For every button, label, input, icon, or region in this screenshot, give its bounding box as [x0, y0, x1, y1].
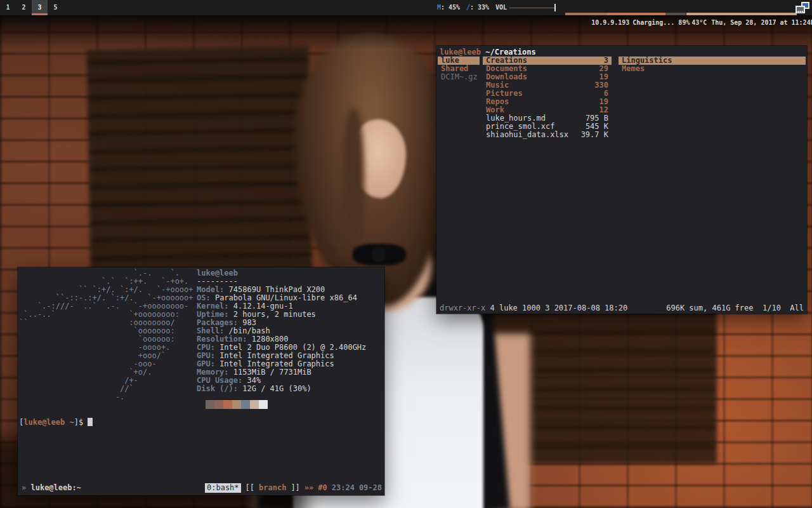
dir-row-repos[interactable]: Repos19	[483, 98, 612, 106]
parent-dir-shared[interactable]: Shared	[438, 65, 480, 73]
entry-label: CPU Usage:	[197, 376, 242, 385]
file-size: 39.7 K	[581, 131, 608, 139]
keyboard-icon	[796, 11, 803, 13]
desktop: 1 2 3 5 M: 45% /: 33% VOL 10.9.9.193 Cha…	[0, 0, 812, 508]
workspace-tag-2[interactable]: 2	[16, 0, 32, 15]
entry-value: 34%	[242, 376, 261, 385]
dir-label: Music	[486, 81, 509, 90]
tmux-active-window[interactable]: 0:bash*	[205, 483, 241, 493]
ranger-parent-column: luke Shared DCIM~.gz	[438, 57, 480, 81]
entry-value: 1153MiB / 7731MiB	[229, 368, 311, 377]
temperature-underline	[665, 13, 686, 15]
file-label: DCIM~.gz	[441, 73, 478, 81]
entry-label: OS:	[197, 293, 211, 302]
computer-systray-icon[interactable]	[796, 2, 809, 13]
dir-label: Repos	[486, 98, 509, 106]
terminal-window: `.-. `. `.` `:++. `-+o+. `` `:+/. `:+/. …	[18, 267, 384, 495]
volume-slider-track[interactable]	[509, 8, 554, 8]
datetime-underline	[686, 13, 797, 15]
entry-label: Resolution:	[197, 335, 247, 344]
workspace-tag-5[interactable]: 5	[48, 0, 63, 15]
tmux-right-modules: 0:bash* [[ branch ]] »» #0 23:24 09-28	[205, 482, 382, 494]
ranger-titlebar: luke@leeb ~/Creations	[440, 48, 536, 57]
palette-swatch	[232, 400, 241, 409]
dir-label: luke	[441, 57, 459, 65]
dir-row-downloads[interactable]: Downloads19	[483, 73, 612, 81]
palette-swatch	[214, 400, 223, 409]
file-size: 545 K	[586, 123, 608, 131]
shell-prompt[interactable]: [luke@leeb ~]$	[19, 418, 93, 427]
ranger-file-manager-window: luke@leeb ~/Creations luke Shared DCIM~.…	[436, 46, 807, 314]
memory-indicator[interactable]: M: 45%	[437, 0, 460, 15]
tmux-session-name: luke@leeb:~	[30, 483, 81, 492]
tmux-session-info[interactable]: » luke@leeb:~	[22, 482, 81, 494]
ranger-user-host: luke@leeb	[440, 48, 485, 57]
git-bracket-open: [[	[246, 482, 254, 494]
double-chevron-icon: »»	[304, 482, 313, 494]
dir-label: Work	[486, 106, 504, 114]
dir-count: 330	[594, 81, 608, 90]
workspace-tag-1[interactable]: 1	[0, 0, 16, 15]
ranger-main-column: Creations3 Documents29 Downloads19 Music…	[483, 57, 612, 139]
entry-label: CPU:	[197, 343, 215, 352]
entry-value: Parabola GNU/Linux-libre x86_64	[211, 293, 357, 302]
palette-swatch	[259, 400, 268, 409]
entry-label: GPU:	[197, 359, 215, 368]
wallpaper-woman-hair-strand	[343, 108, 364, 254]
neofetch-entry: Disk (/): 12G / 41G (30%)	[197, 385, 366, 393]
dir-label: Shared	[441, 65, 468, 73]
dir-label: Linguistics	[622, 57, 672, 65]
dir-count: 29	[599, 65, 608, 73]
dir-count: 19	[599, 98, 608, 106]
git-bracket-close: ]]	[291, 482, 299, 494]
ranger-current-path: ~/Creations	[485, 48, 535, 57]
disk-value: : 33%	[470, 4, 489, 11]
file-label: luke_hours.md	[486, 114, 546, 123]
file-row-shiaohui-data[interactable]: shiaohui_data.xlsx39.7 K	[483, 131, 612, 139]
entry-value: Intel Integrated Graphics	[215, 359, 334, 368]
entry-label: Uptime:	[197, 310, 229, 319]
dir-row-creations[interactable]: Creations3	[483, 57, 612, 65]
dir-count: 3	[604, 57, 608, 65]
volume-slider-handle[interactable]	[554, 4, 556, 11]
file-details: 4 luke 1000 3 2017-08-08 18:20	[490, 304, 627, 312]
dir-label: Creations	[486, 57, 527, 65]
entry-label: Packages:	[197, 318, 238, 327]
entry-value: 2 hours, 2 minutes	[229, 310, 316, 319]
parent-dir-luke[interactable]: luke	[438, 57, 480, 65]
neofetch-info: luke@leeb --------- Model: 745869U Think…	[197, 269, 366, 393]
entry-label: Model:	[197, 285, 224, 294]
tmux-date: 09-28	[359, 482, 382, 494]
dir-label: Pictures	[486, 90, 523, 98]
tmux-pane-index: #0	[318, 482, 327, 494]
entry-value: Intel 2 Duo P8600 (2) @ 2.400GHz	[215, 343, 366, 352]
preview-dir-linguistics[interactable]: Linguistics	[619, 57, 806, 65]
tmux-status-bar: » luke@leeb:~ 0:bash* [[ branch ]] »» #0…	[18, 482, 384, 494]
entry-label: Memory:	[197, 368, 229, 377]
entry-value: 812x508	[247, 335, 288, 344]
ranger-status-bar: drwxr-xr-x 4 luke 1000 3 2017-08-08 18:2…	[440, 304, 804, 312]
ranger-status-right: 696K sum, 461G free 1/10 All	[666, 304, 804, 312]
dir-row-pictures[interactable]: Pictures6	[483, 90, 612, 98]
file-row-luke-hours[interactable]: luke_hours.md795 B	[483, 114, 612, 123]
dir-row-documents[interactable]: Documents29	[483, 65, 612, 73]
file-label: prince_smol.xcf	[486, 123, 554, 131]
text-cursor	[88, 418, 93, 426]
tmux-clock: 23:24	[332, 482, 355, 494]
preview-dir-memes[interactable]: Memes	[619, 65, 806, 73]
dir-count: 6	[604, 90, 608, 98]
dir-row-music[interactable]: Music330	[483, 81, 612, 90]
parabola-ascii-logo: `.-. `. `.` `:++. `-+o+. `` `:+/. `:+/. …	[19, 269, 193, 401]
dir-row-work[interactable]: Work12	[483, 106, 612, 114]
chevron-icon: »	[22, 483, 30, 492]
disk-indicator[interactable]: /: 33%	[466, 0, 489, 15]
datetime-module[interactable]: Thu, Sep 28, 2017 at 11:24PM	[688, 0, 812, 15]
entry-value: /bin/bash	[224, 326, 270, 335]
palette-swatch	[206, 400, 214, 409]
git-branch-name: branch	[259, 482, 286, 494]
ranger-preview-column: Linguistics Memes	[619, 57, 806, 73]
file-row-prince-smol[interactable]: prince_smol.xcf545 K	[483, 123, 612, 131]
entry-value: 4.12.14-gnu-1	[229, 302, 293, 311]
workspace-tag-3-active[interactable]: 3	[32, 0, 48, 15]
parent-file-dcim[interactable]: DCIM~.gz	[438, 73, 480, 81]
